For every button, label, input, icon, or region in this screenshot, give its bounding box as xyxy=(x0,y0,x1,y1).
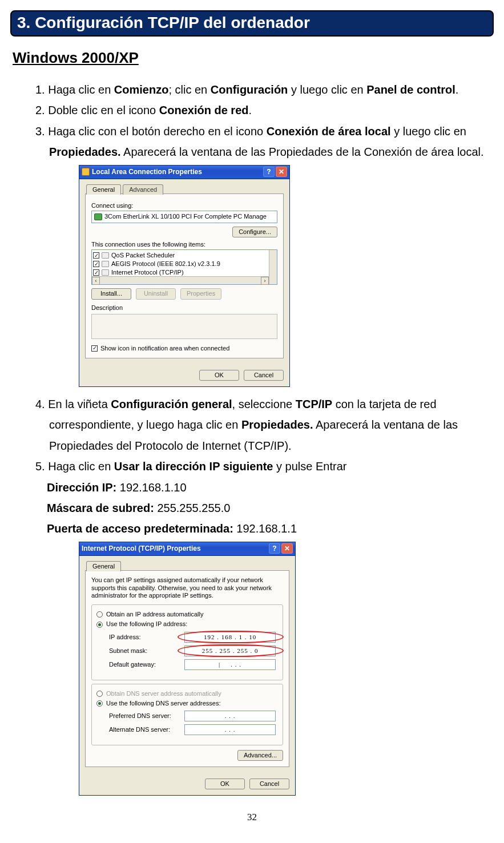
page-number: 32 xyxy=(10,812,494,823)
cancel-button[interactable]: Cancel xyxy=(244,370,284,381)
checkbox-icon[interactable] xyxy=(91,345,98,352)
close-button[interactable]: ✕ xyxy=(276,167,287,177)
properties-button: Properties xyxy=(180,288,221,299)
bold: Configuración xyxy=(211,83,288,96)
text: y luego clic en xyxy=(288,83,366,96)
radio-obtain-dns: Obtain DNS server address automatically xyxy=(96,690,278,697)
description-label: Description xyxy=(91,304,277,312)
list-item[interactable]: QoS Packet Scheduler xyxy=(93,251,276,260)
text: 1. Haga clic en xyxy=(35,83,114,96)
bold: TCP/IP xyxy=(296,398,332,410)
scroll-left-icon[interactable]: ‹ xyxy=(92,277,100,285)
text: y pulse Entrar xyxy=(273,460,346,473)
dialog-lan-properties: Local Area Connection Properties ? ✕ Gen… xyxy=(79,165,290,388)
horizontal-scrollbar[interactable]: ‹› xyxy=(92,276,269,284)
vertical-scrollbar[interactable] xyxy=(269,250,277,284)
ok-button[interactable]: OK xyxy=(199,370,239,381)
bold: Puerta de acceso predeterminada: xyxy=(47,522,233,535)
step-4: 4. En la viñeta Configuración general, s… xyxy=(10,394,494,456)
bold: Conexión de red xyxy=(159,104,249,116)
radio-icon[interactable] xyxy=(96,700,103,707)
window-title: Local Area Connection Properties xyxy=(92,168,263,176)
radio-label: Obtain DNS server address automatically xyxy=(106,690,221,697)
radio-use-dns[interactable]: Use the following DNS server addresses: xyxy=(96,700,278,707)
adapter-name: 3Com EtherLink XL 10/100 PCI For Complet… xyxy=(104,213,267,220)
text: 255.255.255.0 xyxy=(154,502,230,514)
alternate-dns-label: Alternate DNS server: xyxy=(109,726,184,733)
install-button[interactable]: Install... xyxy=(91,288,131,299)
checkbox-icon[interactable] xyxy=(93,252,99,259)
default-gateway-input[interactable]: . . . xyxy=(184,659,276,670)
window-icon xyxy=(82,168,90,176)
tab-general[interactable]: General xyxy=(86,184,121,195)
window-title: Internet Protocol (TCP/IP) Properties xyxy=(82,544,269,552)
list-item[interactable]: AEGIS Protocol (IEEE 802.1x) v2.3.1.9 xyxy=(93,260,276,268)
dns-group: Obtain DNS server address automatically … xyxy=(91,684,283,745)
bold: Dirección IP: xyxy=(47,481,116,494)
radio-label: Obtain an IP address automatically xyxy=(106,611,203,618)
cancel-button[interactable]: Cancel xyxy=(249,779,289,789)
advanced-button[interactable]: Advanced... xyxy=(237,750,283,761)
service-icon xyxy=(102,269,109,276)
scroll-right-icon[interactable]: › xyxy=(261,277,269,285)
step-1: 1. Haga clic en Comienzo; clic en Config… xyxy=(10,79,494,100)
show-icon-label: Show icon in notification area when conn… xyxy=(100,345,229,352)
tab-general[interactable]: General xyxy=(86,561,121,571)
radio-icon[interactable] xyxy=(96,611,103,618)
adapter-field[interactable]: 3Com EtherLink XL 10/100 PCI For Complet… xyxy=(91,211,277,223)
items-listbox[interactable]: QoS Packet Scheduler AEGIS Protocol (IEE… xyxy=(91,249,277,285)
mask-line: Máscara de subred: 255.255.255.0 xyxy=(10,498,494,518)
radio-label: Use the following IP address: xyxy=(106,620,187,628)
bold: Propiedades. xyxy=(49,146,121,158)
close-button[interactable]: ✕ xyxy=(281,543,293,554)
titlebar[interactable]: Internet Protocol (TCP/IP) Properties ? … xyxy=(79,542,295,556)
ip-address-label: IP address: xyxy=(109,634,184,641)
text: ; clic en xyxy=(168,83,210,96)
os-heading: Windows 2000/XP xyxy=(13,49,494,67)
gw-line: Puerta de acceso predeterminada: 192.168… xyxy=(10,518,494,539)
ok-button[interactable]: OK xyxy=(205,779,245,789)
help-button[interactable]: ? xyxy=(263,167,275,177)
radio-use-ip[interactable]: Use the following IP address: xyxy=(96,620,278,628)
nic-icon xyxy=(94,213,102,220)
section-banner: 3. Configuración TCP/IP del ordenador xyxy=(10,10,494,37)
text: , seleccione xyxy=(232,398,296,410)
preferred-dns-input[interactable]: . . . xyxy=(184,711,276,721)
text: Aparecerá la ventana de las Propiedades … xyxy=(121,146,484,158)
show-icon-row[interactable]: Show icon in notification area when conn… xyxy=(91,345,277,352)
list-item[interactable]: Internet Protocol (TCP/IP) xyxy=(93,268,276,277)
radio-label: Use the following DNS server addresses: xyxy=(106,700,221,707)
text: 5. Haga clic en xyxy=(35,460,114,473)
ip-address-input[interactable]: 192 . 168 . 1 . 10 xyxy=(184,632,276,643)
items-label: This connection uses the following items… xyxy=(91,241,277,248)
tab-strip: General Advanced xyxy=(85,184,284,194)
figure-1: Local Area Connection Properties ? ✕ Gen… xyxy=(10,165,494,388)
titlebar[interactable]: Local Area Connection Properties ? ✕ xyxy=(79,166,289,179)
checkbox-icon[interactable] xyxy=(93,269,99,276)
checkbox-icon[interactable] xyxy=(93,261,99,267)
radio-obtain-ip[interactable]: Obtain an IP address automatically xyxy=(96,611,278,618)
ip-group: Obtain an IP address automatically Use t… xyxy=(91,604,283,680)
text: 3. Haga clic con el botón derecho en el … xyxy=(35,125,267,138)
service-icon xyxy=(102,261,109,267)
tab-panel: Connect using: 3Com EtherLink XL 10/100 … xyxy=(85,193,284,358)
tab-advanced[interactable]: Advanced xyxy=(123,184,163,195)
description-box xyxy=(91,314,277,339)
radio-icon[interactable] xyxy=(96,622,103,628)
default-gateway-label: Default gateway: xyxy=(109,661,184,668)
configure-button[interactable]: Configure... xyxy=(232,227,277,237)
text: 192.168.1.1 xyxy=(233,522,297,535)
text: 4. En la viñeta xyxy=(35,398,111,410)
bold: Máscara de subred: xyxy=(47,502,154,514)
alternate-dns-input[interactable]: . . . xyxy=(184,724,276,735)
dialog-tcpip-properties: Internet Protocol (TCP/IP) Properties ? … xyxy=(79,542,296,796)
step-5: 5. Haga clic en Usar la dirección IP sig… xyxy=(10,456,494,477)
subnet-mask-input[interactable]: 255 . 255 . 255 . 0 xyxy=(184,646,276,656)
preferred-dns-label: Preferred DNS server: xyxy=(109,712,184,720)
help-button[interactable]: ? xyxy=(269,543,280,554)
step-2: 2. Doble clic en el icono Conexión de re… xyxy=(10,100,494,120)
bold: Panel de control xyxy=(366,83,455,96)
bold: Usar la dirección IP siguiente xyxy=(114,460,273,473)
radio-icon xyxy=(96,691,103,697)
document-body: 1. Haga clic en Comienzo; clic en Config… xyxy=(10,79,494,796)
